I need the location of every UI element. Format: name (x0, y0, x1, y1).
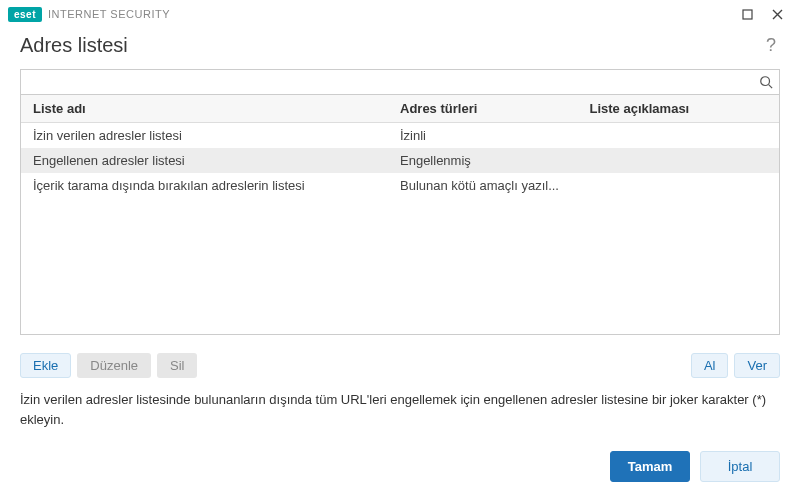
footer: Tamam İptal (0, 433, 800, 500)
svg-line-2 (769, 85, 773, 89)
table-row[interactable]: İçerik tarama dışında bırakılan adresler… (21, 173, 779, 198)
help-button[interactable]: ? (762, 35, 780, 56)
cell-name: İzin verilen adresler listesi (21, 128, 400, 143)
page-title: Adres listesi (20, 34, 128, 57)
delete-button[interactable]: Sil (157, 353, 197, 378)
cell-name: Engellenen adresler listesi (21, 153, 400, 168)
window-close-button[interactable] (762, 3, 792, 25)
export-button[interactable]: Ver (734, 353, 780, 378)
content: Liste adı Adres türleri Liste açıklaması… (0, 69, 800, 343)
cancel-button[interactable]: İptal (700, 451, 780, 482)
brand-product: INTERNET SECURITY (48, 8, 170, 20)
column-desc[interactable]: Liste açıklaması (590, 101, 780, 116)
ok-button[interactable]: Tamam (610, 451, 690, 482)
cell-name: İçerik tarama dışında bırakılan adresler… (21, 178, 400, 193)
square-icon (742, 9, 753, 20)
cell-desc (590, 128, 780, 143)
table-row[interactable]: İzin verilen adresler listesiİzinli (21, 123, 779, 148)
svg-rect-0 (743, 10, 752, 19)
action-row: Ekle Düzenle Sil Al Ver (0, 343, 800, 386)
search-input[interactable] (21, 70, 753, 94)
cell-types: Engellenmiş (400, 153, 590, 168)
cell-types: Bulunan kötü amaçlı yazıl... (400, 178, 590, 193)
column-types[interactable]: Adres türleri (400, 101, 590, 116)
search-icon[interactable] (753, 75, 779, 89)
import-button[interactable]: Al (691, 353, 729, 378)
table-header: Liste adı Adres türleri Liste açıklaması (21, 95, 779, 123)
table-body: İzin verilen adresler listesiİzinliEngel… (21, 123, 779, 334)
hint-text: İzin verilen adresler listesinde bulunan… (0, 386, 800, 433)
window-maximize-button[interactable] (732, 3, 762, 25)
edit-button[interactable]: Düzenle (77, 353, 151, 378)
titlebar: eset INTERNET SECURITY (0, 0, 800, 28)
search-bar (20, 69, 780, 95)
cell-desc (590, 153, 780, 168)
brand-logo: eset (8, 7, 42, 22)
table-row[interactable]: Engellenen adresler listesiEngellenmiş (21, 148, 779, 173)
close-icon (772, 9, 783, 20)
svg-point-1 (761, 77, 770, 86)
cell-desc (590, 178, 780, 193)
column-name[interactable]: Liste adı (21, 101, 400, 116)
cell-types: İzinli (400, 128, 590, 143)
add-button[interactable]: Ekle (20, 353, 71, 378)
header: Adres listesi ? (0, 28, 800, 69)
address-list-table: Liste adı Adres türleri Liste açıklaması… (20, 95, 780, 335)
